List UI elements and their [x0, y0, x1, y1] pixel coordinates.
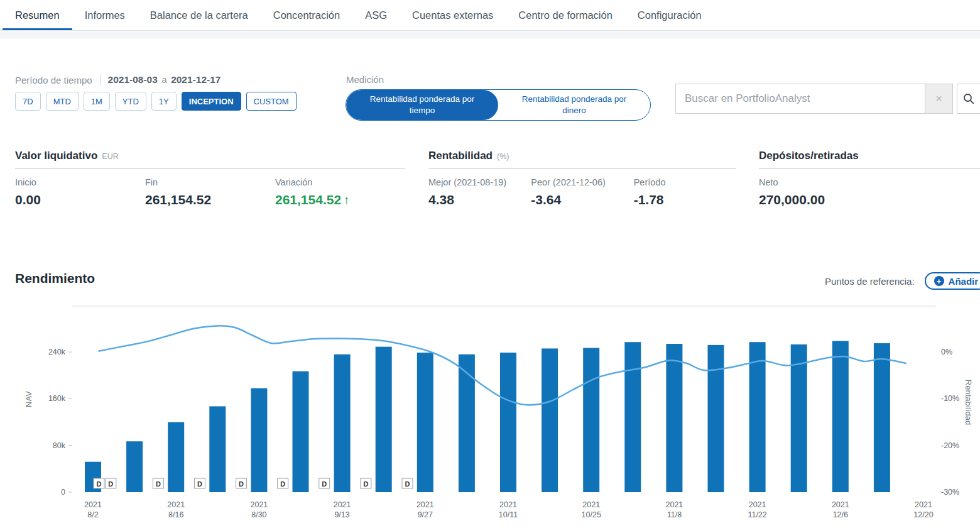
- tab-configuracion[interactable]: Configuración: [625, 0, 714, 30]
- nav-bar: [209, 406, 226, 492]
- right-axis-label: -30%: [941, 488, 959, 497]
- benchmarks-label: Puntos de referencia:: [825, 276, 915, 287]
- period-button-mtd[interactable]: MTD: [46, 92, 79, 111]
- search-button[interactable]: [957, 84, 980, 114]
- measure-option-rentabilidad-ponderada-por-dinero[interactable]: Rentabilidad ponderada por dinero: [498, 90, 650, 120]
- deposit-marker-label: D: [363, 480, 368, 488]
- stat-item-periodo: Período-1.78: [634, 177, 736, 207]
- portfolio-analyst-page: ResumenInformesBalance de la carteraConc…: [0, 0, 980, 528]
- period-button-1y[interactable]: 1Y: [151, 92, 177, 111]
- deposit-marker-label: D: [96, 480, 101, 488]
- right-axis-title: Rentabilidad: [964, 380, 973, 425]
- nav-bar: [376, 347, 392, 492]
- divider: [15, 168, 405, 169]
- stat-section-title: Rentabilidad: [428, 150, 493, 162]
- left-axis-label: 0: [61, 488, 65, 497]
- tab-concentracion[interactable]: Concentración: [261, 0, 352, 30]
- stat-label: Variación: [275, 177, 405, 187]
- nav-bar: [749, 342, 766, 492]
- up-arrow-icon: ↑: [344, 194, 350, 207]
- nav-bar: [168, 422, 184, 493]
- search-bar: ×: [675, 84, 980, 114]
- period-header: Período de tiempo 2021-08-03 a 2021-12-1…: [15, 74, 220, 85]
- divider: [759, 168, 980, 169]
- x-axis-label: 20219/27: [416, 500, 434, 519]
- stat-section-title: Valor liquidativo: [15, 150, 97, 162]
- period-separator: a: [161, 74, 166, 85]
- nav-bar: [417, 353, 433, 492]
- stat-item-peor-2021-12-06: Peor (2021-12-06)-3.64: [531, 177, 633, 207]
- stat-value: 0.00: [15, 192, 145, 207]
- x-axis-label: 202110/11: [499, 500, 518, 519]
- measure-option-rentabilidad-ponderada-por-tiempo[interactable]: Rentabilidad ponderada por tiempo: [346, 90, 498, 120]
- nav-bar: [251, 388, 267, 492]
- x-axis-label: 202111/8: [665, 500, 683, 519]
- deposit-marker-label: D: [239, 480, 244, 488]
- tab-informes[interactable]: Informes: [72, 0, 138, 30]
- tab-balance-de-la-cartera[interactable]: Balance de la cartera: [138, 0, 261, 30]
- stat-item-fin: Fin261,154.52: [145, 177, 275, 207]
- deposit-marker-label: D: [197, 480, 202, 488]
- left-axis-label: 80k: [53, 441, 66, 450]
- benchmark-row: Puntos de referencia: + Añadir: [825, 272, 980, 290]
- stat-item-neto: Neto270,000.00: [759, 177, 885, 207]
- add-benchmark-button[interactable]: + Añadir: [925, 272, 980, 290]
- nav-bar: [334, 355, 351, 492]
- period-end-date: 2021-12-17: [171, 74, 220, 85]
- nav-strip: [0, 31, 980, 38]
- stat-value: 261,154.52↑: [275, 192, 405, 207]
- left-axis-label: 240k: [48, 348, 66, 356]
- search-clear-button[interactable]: ×: [925, 84, 953, 114]
- period-button-7d[interactable]: 7D: [15, 92, 41, 111]
- measure-label: Medición: [346, 74, 384, 85]
- nav-bar: [293, 371, 309, 492]
- period-button-1m[interactable]: 1M: [84, 92, 110, 111]
- right-axis-label: -20%: [941, 441, 959, 450]
- nav-bar: [666, 344, 682, 492]
- nav-bar: [874, 343, 890, 492]
- period-button-inception[interactable]: INCEPTION: [182, 92, 241, 111]
- tab-resumen[interactable]: Resumen: [3, 0, 72, 30]
- nav-bar: [708, 345, 724, 492]
- stat-section-unit: EUR: [102, 152, 118, 161]
- add-benchmark-label: Añadir: [949, 276, 979, 287]
- nav-bar: [542, 348, 558, 492]
- tab-centro-de-formacion[interactable]: Centro de formación: [506, 0, 625, 30]
- search-input[interactable]: [675, 84, 925, 114]
- x-axis-label: 202112/20: [913, 500, 933, 519]
- period-button-ytd[interactable]: YTD: [115, 92, 146, 111]
- x-axis-label: 20219/13: [334, 500, 351, 519]
- deposit-marker-label: D: [405, 480, 410, 488]
- x-axis-label: 202110/25: [582, 500, 601, 519]
- nav-bar: [832, 341, 849, 492]
- nav-bar: [459, 355, 475, 492]
- period-button-custom[interactable]: CUSTOM: [246, 92, 297, 111]
- stat-item-variacion: Variación261,154.52↑: [275, 177, 405, 207]
- period-start-date: 2021-08-03: [108, 74, 158, 85]
- stat-value: -1.78: [634, 192, 736, 207]
- stat-value: -3.64: [531, 192, 633, 207]
- divider: [100, 74, 101, 85]
- x-axis-label: 20218/2: [84, 500, 102, 519]
- deposit-marker-label: D: [322, 480, 327, 488]
- plus-icon: +: [934, 276, 944, 286]
- right-axis-label: 0%: [941, 348, 952, 356]
- tab-asg[interactable]: ASG: [352, 0, 400, 30]
- left-axis-title: NAV: [24, 391, 33, 407]
- top-nav: ResumenInformesBalance de la carteraConc…: [0, 0, 980, 31]
- stat-section-title: Depósitos/retiradas: [759, 150, 859, 162]
- x-axis-label: 20218/16: [167, 500, 185, 519]
- stat-section-unit: (%): [497, 152, 509, 161]
- stat-label: Inicio: [15, 177, 145, 187]
- nav-bar: [624, 342, 641, 492]
- period-buttons: 7DMTD1MYTD1YINCEPTIONCUSTOM: [15, 92, 297, 111]
- stat-item-inicio: Inicio0.00: [15, 177, 145, 207]
- stat-label: Neto: [759, 177, 885, 187]
- stat-section-depositos-retiradas: Depósitos/retiradasNeto270,000.00: [759, 150, 980, 207]
- nav-bar: [500, 353, 516, 492]
- performance-title: Rendimiento: [15, 271, 95, 286]
- stat-section-rentabilidad: Rentabilidad(%)Mejor (2021-08-19)4.38Peo…: [428, 150, 736, 207]
- stat-value: 261,154.52: [145, 192, 275, 207]
- stat-value: 4.38: [428, 192, 531, 207]
- tab-cuentas-externas[interactable]: Cuentas externas: [400, 0, 506, 30]
